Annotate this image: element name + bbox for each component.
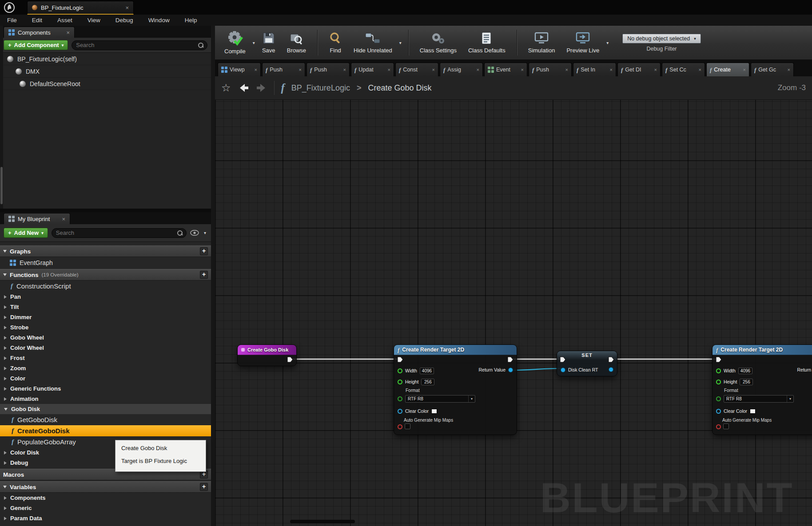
browse-button[interactable]: Browse [281, 30, 312, 55]
breadcrumb-asset[interactable]: BP_FixtureLogic [291, 83, 350, 93]
exec-in-pin[interactable] [560, 356, 566, 363]
eye-icon[interactable] [190, 230, 199, 236]
category-generic[interactable]: Generic [0, 503, 211, 513]
section-variables[interactable]: Variables + [0, 481, 211, 493]
color-swatch[interactable] [750, 409, 756, 414]
category-components[interactable]: Components [0, 493, 211, 503]
close-icon[interactable]: × [477, 67, 479, 72]
category-tilt[interactable]: Tilt [0, 302, 211, 312]
category-zoom[interactable]: Zoom [0, 363, 211, 373]
height-value-input[interactable]: 256 [421, 379, 434, 385]
preview-live-chevron-icon[interactable]: ▾ [605, 40, 610, 45]
menu-edit[interactable]: Edit [32, 17, 42, 24]
close-icon[interactable]: × [432, 67, 435, 72]
close-icon[interactable]: × [610, 67, 613, 72]
add-graph-button[interactable]: + [200, 247, 208, 255]
object-pin[interactable] [508, 368, 513, 372]
category-param-data[interactable]: Param Data [0, 513, 211, 523]
find-button[interactable]: Find [323, 30, 348, 55]
list-item-creategobodisk-selected[interactable]: f CreateGoboDisk [0, 425, 211, 436]
close-icon[interactable]: × [699, 67, 701, 72]
list-item-eventgraph[interactable]: EventGraph [0, 257, 211, 268]
components-scrollbar[interactable] [0, 26, 3, 209]
category-dimmer[interactable]: Dimmer [0, 312, 211, 322]
category-gobo-wheel[interactable]: Gobo Wheel [0, 332, 211, 343]
doc-tab-get-gc[interactable]: fGet Gc× [751, 63, 794, 76]
exec-out-pin[interactable] [608, 356, 614, 363]
doc-tab-push-2[interactable]: fPush× [306, 63, 350, 76]
node-create-render-target-1[interactable]: f Create Render Target 2D Width 4096 Hei… [394, 344, 517, 435]
color-swatch[interactable] [431, 409, 437, 414]
node-header[interactable]: Create Gobo Disk [238, 345, 296, 355]
width-value-input[interactable]: 4096 [738, 368, 752, 374]
preview-live-button[interactable]: Preview Live [561, 30, 605, 55]
node-set-disk-clean-rt[interactable]: SET Disk Clean RT [557, 351, 617, 376]
object-pin[interactable] [561, 368, 565, 372]
debug-object-select[interactable]: No debug object selected ▾ [622, 34, 701, 44]
doc-tab-push-1[interactable]: fPush× [262, 63, 305, 76]
close-icon[interactable]: × [388, 67, 390, 72]
hide-unrelated-button[interactable]: Hide Unrelated [348, 30, 398, 55]
hide-unrelated-chevron-icon[interactable]: ▾ [398, 40, 403, 45]
doc-tab-update[interactable]: fUpdat× [351, 63, 394, 76]
menu-debug[interactable]: Debug [115, 17, 133, 24]
close-icon[interactable]: × [743, 67, 746, 72]
simulation-button[interactable]: Simulation [522, 30, 561, 55]
components-search-input[interactable] [76, 42, 195, 48]
exec-in-pin[interactable] [716, 356, 722, 363]
bool-pin[interactable] [716, 424, 721, 429]
my-blueprint-search[interactable] [52, 228, 187, 238]
height-value-input[interactable]: 256 [740, 379, 753, 385]
struct-pin[interactable] [716, 409, 721, 414]
blueprint-graph-canvas[interactable]: BLUEPRINT Create Gobo Disk f Create Rend… [215, 100, 812, 526]
category-strobe[interactable]: Strobe [0, 322, 211, 332]
doc-tab-viewport[interactable]: Viewp × [218, 63, 261, 76]
close-icon[interactable]: × [565, 67, 568, 72]
close-icon[interactable]: × [66, 29, 70, 36]
asset-tab[interactable]: BP_FixtureLogic × [27, 1, 134, 15]
doc-tab-const[interactable]: fConst× [395, 63, 438, 76]
back-arrow-icon[interactable] [238, 83, 249, 93]
category-color[interactable]: Color [0, 373, 211, 384]
my-blueprint-search-input[interactable] [56, 229, 175, 236]
add-component-button[interactable]: + Add Component ▾ [4, 40, 68, 50]
section-graphs[interactable]: Graphs + [0, 245, 211, 257]
tab-components[interactable]: Components × [4, 27, 75, 38]
width-value-input[interactable]: 4096 [420, 368, 434, 374]
int-pin[interactable] [398, 380, 402, 384]
compile-button[interactable]: Compile [219, 29, 251, 56]
bool-pin[interactable] [398, 424, 402, 429]
category-gobo-disk[interactable]: Gobo Disk [0, 404, 211, 414]
class-defaults-button[interactable]: Class Defaults [462, 30, 511, 55]
doc-tab-assign[interactable]: fAssig× [440, 63, 483, 76]
close-icon[interactable]: × [654, 67, 657, 72]
class-settings-button[interactable]: Class Settings [414, 30, 462, 55]
node-header[interactable]: f Create Render Target 2D [712, 345, 812, 355]
format-dropdown[interactable]: RTF R8 ▾ [724, 395, 794, 403]
format-dropdown[interactable]: RTF R8 ▾ [405, 395, 475, 403]
menu-window[interactable]: Window [148, 17, 170, 24]
horizontal-scrollbar-thumb[interactable] [290, 520, 355, 523]
doc-tab-set-cc[interactable]: fSet Cc× [662, 63, 705, 76]
menu-file[interactable]: File [7, 17, 17, 24]
category-color-wheel[interactable]: Color Wheel [0, 343, 211, 353]
doc-tab-create-active[interactable]: fCreate× [706, 63, 749, 76]
category-generic-functions[interactable]: Generic Functions [0, 384, 211, 394]
category-animation[interactable]: Animation [0, 394, 211, 404]
close-icon[interactable]: × [343, 67, 346, 72]
close-icon[interactable]: × [255, 67, 257, 72]
menu-help[interactable]: Help [185, 17, 197, 24]
chevron-down-icon[interactable]: ▾ [203, 230, 207, 235]
close-icon[interactable]: × [62, 216, 65, 222]
close-icon[interactable]: × [788, 67, 790, 72]
save-button[interactable]: Save [256, 30, 281, 55]
scrollbar-thumb[interactable] [0, 167, 3, 204]
section-functions[interactable]: Functions (19 Overridable) + [0, 269, 211, 281]
enum-pin[interactable] [716, 396, 721, 401]
doc-tab-event[interactable]: Event × [484, 63, 527, 76]
tab-my-blueprint[interactable]: My Blueprint × [4, 213, 70, 224]
exec-out-pin[interactable] [507, 356, 513, 363]
mips-checkbox[interactable] [723, 423, 729, 429]
tree-row[interactable]: BP_FixtureLogic(self) [0, 53, 211, 65]
breadcrumb-function[interactable]: Create Gobo Disk [368, 83, 431, 93]
